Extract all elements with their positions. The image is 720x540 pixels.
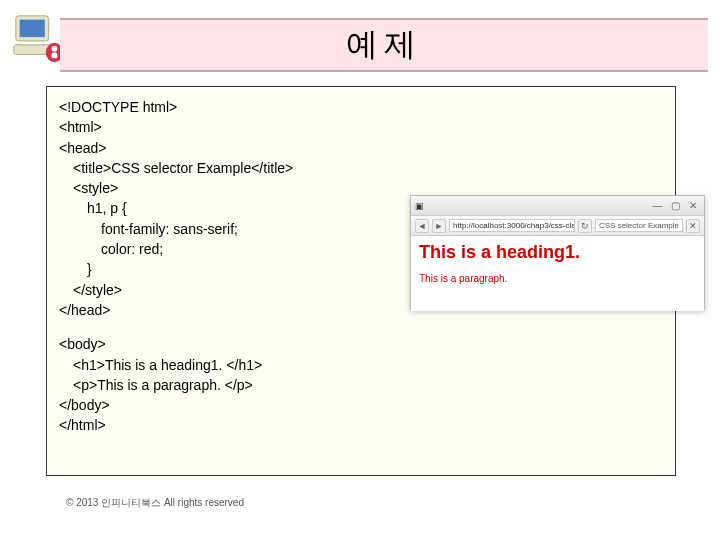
code-line: </body> <box>59 395 663 415</box>
code-line: <!DOCTYPE html> <box>59 97 663 117</box>
rendered-heading: This is a heading1. <box>419 242 696 263</box>
browser-preview: ▣ — ▢ ✕ ◄ ► http://localhost:3000/chap3/… <box>410 195 705 310</box>
code-line: <p>This is a paragraph. </p> <box>59 375 663 395</box>
code-line <box>59 320 663 334</box>
browser-tab[interactable]: CSS selector Example <box>595 219 683 232</box>
browser-viewport: This is a heading1. This is a paragraph. <box>411 236 704 311</box>
address-bar[interactable]: http://localhost:3000/chap3/css-class.ht… <box>449 219 575 232</box>
window-controls: — ▢ ✕ <box>652 200 700 211</box>
window-icon: ▣ <box>415 201 424 211</box>
refresh-button[interactable]: ↻ <box>578 219 592 233</box>
code-line: <head> <box>59 138 663 158</box>
svg-rect-5 <box>52 53 58 59</box>
copyright-footer: © 2013 인피니티북스 All rights reserved <box>66 496 244 510</box>
page-title: 예제 <box>346 23 422 67</box>
code-line: <title>CSS selector Example</title> <box>59 158 663 178</box>
svg-point-4 <box>52 46 58 52</box>
rendered-paragraph: This is a paragraph. <box>419 273 696 284</box>
back-button[interactable]: ◄ <box>415 219 429 233</box>
browser-navbar: ◄ ► http://localhost:3000/chap3/css-clas… <box>411 216 704 236</box>
svg-rect-1 <box>20 20 45 37</box>
forward-button[interactable]: ► <box>432 219 446 233</box>
code-line: </html> <box>59 415 663 435</box>
title-band: 예제 <box>60 18 708 72</box>
code-line: <body> <box>59 334 663 354</box>
close-tab-icon[interactable]: ✕ <box>686 219 700 233</box>
code-line: <h1>This is a heading1. </h1> <box>59 355 663 375</box>
code-line: <html> <box>59 117 663 137</box>
browser-titlebar: ▣ — ▢ ✕ <box>411 196 704 216</box>
